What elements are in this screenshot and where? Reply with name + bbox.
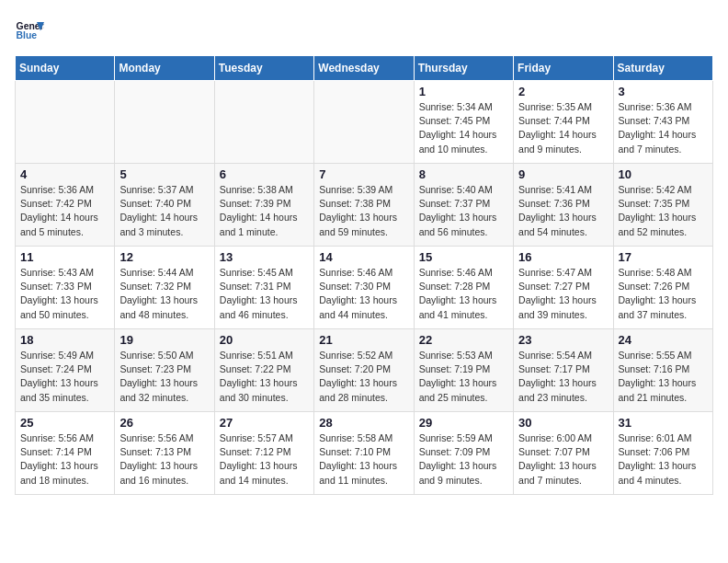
week-row-5: 25Sunrise: 5:56 AM Sunset: 7:14 PM Dayli… <box>16 412 713 495</box>
day-info: Sunrise: 5:35 AM Sunset: 7:44 PM Dayligh… <box>518 100 608 156</box>
day-info: Sunrise: 5:57 AM Sunset: 7:12 PM Dayligh… <box>220 431 309 488</box>
column-header-tuesday: Tuesday <box>214 56 313 81</box>
day-info: Sunrise: 5:40 AM Sunset: 7:37 PM Dayligh… <box>419 183 508 239</box>
day-number: 31 <box>619 416 708 430</box>
day-info: Sunrise: 5:59 AM Sunset: 7:09 PM Dayligh… <box>419 431 508 488</box>
day-number: 8 <box>419 167 508 181</box>
calendar-cell: 28Sunrise: 5:58 AM Sunset: 7:10 PM Dayli… <box>314 412 414 495</box>
day-number: 24 <box>619 333 708 347</box>
calendar-cell: 15Sunrise: 5:46 AM Sunset: 7:28 PM Dayli… <box>414 247 513 329</box>
calendar-cell: 16Sunrise: 5:47 AM Sunset: 7:27 PM Dayli… <box>514 247 613 329</box>
day-info: Sunrise: 5:46 AM Sunset: 7:28 PM Dayligh… <box>419 266 508 322</box>
calendar-table: SundayMondayTuesdayWednesdayThursdayFrid… <box>15 55 713 495</box>
calendar-cell <box>214 81 313 164</box>
day-info: Sunrise: 6:01 AM Sunset: 7:06 PM Dayligh… <box>619 431 708 488</box>
day-info: Sunrise: 5:56 AM Sunset: 7:13 PM Dayligh… <box>119 431 209 488</box>
calendar-cell: 2Sunrise: 5:35 AM Sunset: 7:44 PM Daylig… <box>514 81 613 164</box>
day-info: Sunrise: 5:43 AM Sunset: 7:33 PM Dayligh… <box>20 266 109 322</box>
calendar-cell: 22Sunrise: 5:53 AM Sunset: 7:19 PM Dayli… <box>414 329 513 412</box>
day-number: 13 <box>220 250 309 264</box>
calendar-cell: 31Sunrise: 6:01 AM Sunset: 7:06 PM Dayli… <box>613 412 712 495</box>
column-header-wednesday: Wednesday <box>314 56 414 81</box>
calendar-cell: 14Sunrise: 5:46 AM Sunset: 7:30 PM Dayli… <box>314 247 414 329</box>
day-number: 10 <box>619 167 708 181</box>
day-number: 21 <box>319 333 408 347</box>
calendar-cell: 17Sunrise: 5:48 AM Sunset: 7:26 PM Dayli… <box>613 247 712 329</box>
day-number: 6 <box>220 167 309 181</box>
calendar-cell <box>115 81 214 164</box>
calendar-cell: 21Sunrise: 5:52 AM Sunset: 7:20 PM Dayli… <box>314 329 414 412</box>
day-number: 1 <box>419 85 508 98</box>
calendar-cell: 12Sunrise: 5:44 AM Sunset: 7:32 PM Dayli… <box>115 247 214 329</box>
day-info: Sunrise: 5:41 AM Sunset: 7:36 PM Dayligh… <box>518 183 608 239</box>
calendar-cell: 20Sunrise: 5:51 AM Sunset: 7:22 PM Dayli… <box>214 329 313 412</box>
calendar-cell: 5Sunrise: 5:37 AM Sunset: 7:40 PM Daylig… <box>115 164 214 247</box>
day-number: 28 <box>319 416 408 430</box>
day-number: 16 <box>518 250 608 264</box>
day-info: Sunrise: 5:56 AM Sunset: 7:14 PM Dayligh… <box>20 431 109 488</box>
day-info: Sunrise: 5:55 AM Sunset: 7:16 PM Dayligh… <box>619 349 708 405</box>
day-number: 5 <box>119 167 209 181</box>
day-info: Sunrise: 5:36 AM Sunset: 7:42 PM Dayligh… <box>20 183 109 239</box>
day-info: Sunrise: 5:38 AM Sunset: 7:39 PM Dayligh… <box>220 183 309 239</box>
day-number: 3 <box>619 85 708 98</box>
calendar-header-row: SundayMondayTuesdayWednesdayThursdayFrid… <box>16 56 713 81</box>
calendar-cell <box>16 81 115 164</box>
day-info: Sunrise: 6:00 AM Sunset: 7:07 PM Dayligh… <box>518 431 608 488</box>
week-row-2: 4Sunrise: 5:36 AM Sunset: 7:42 PM Daylig… <box>16 164 713 247</box>
day-info: Sunrise: 5:52 AM Sunset: 7:20 PM Dayligh… <box>319 349 408 405</box>
svg-text:Blue: Blue <box>17 30 38 40</box>
calendar-cell: 10Sunrise: 5:42 AM Sunset: 7:35 PM Dayli… <box>613 164 712 247</box>
column-header-sunday: Sunday <box>16 56 115 81</box>
calendar-cell: 1Sunrise: 5:34 AM Sunset: 7:45 PM Daylig… <box>414 81 513 164</box>
calendar-cell <box>314 81 414 164</box>
day-info: Sunrise: 5:47 AM Sunset: 7:27 PM Dayligh… <box>518 266 608 322</box>
column-header-friday: Friday <box>514 56 613 81</box>
week-row-1: 1Sunrise: 5:34 AM Sunset: 7:45 PM Daylig… <box>16 81 713 164</box>
day-info: Sunrise: 5:34 AM Sunset: 7:45 PM Dayligh… <box>419 100 508 156</box>
day-info: Sunrise: 5:54 AM Sunset: 7:17 PM Dayligh… <box>518 349 608 405</box>
day-number: 14 <box>319 250 408 264</box>
day-number: 26 <box>119 416 209 430</box>
page-header: General Blue <box>15 15 713 44</box>
column-header-saturday: Saturday <box>613 56 712 81</box>
calendar-cell: 11Sunrise: 5:43 AM Sunset: 7:33 PM Dayli… <box>16 247 115 329</box>
column-header-thursday: Thursday <box>414 56 513 81</box>
calendar-cell: 24Sunrise: 5:55 AM Sunset: 7:16 PM Dayli… <box>613 329 712 412</box>
day-info: Sunrise: 5:45 AM Sunset: 7:31 PM Dayligh… <box>220 266 309 322</box>
day-number: 22 <box>419 333 508 347</box>
week-row-3: 11Sunrise: 5:43 AM Sunset: 7:33 PM Dayli… <box>16 247 713 329</box>
day-number: 9 <box>518 167 608 181</box>
calendar-cell: 13Sunrise: 5:45 AM Sunset: 7:31 PM Dayli… <box>214 247 313 329</box>
day-info: Sunrise: 5:49 AM Sunset: 7:24 PM Dayligh… <box>20 349 109 405</box>
day-number: 23 <box>518 333 608 347</box>
day-number: 4 <box>20 167 109 181</box>
day-info: Sunrise: 5:37 AM Sunset: 7:40 PM Dayligh… <box>119 183 209 239</box>
day-number: 17 <box>619 250 708 264</box>
calendar-cell: 25Sunrise: 5:56 AM Sunset: 7:14 PM Dayli… <box>16 412 115 495</box>
day-number: 18 <box>20 333 109 347</box>
day-number: 15 <box>419 250 508 264</box>
day-info: Sunrise: 5:53 AM Sunset: 7:19 PM Dayligh… <box>419 349 508 405</box>
day-number: 19 <box>119 333 209 347</box>
calendar-cell: 9Sunrise: 5:41 AM Sunset: 7:36 PM Daylig… <box>514 164 613 247</box>
calendar-cell: 18Sunrise: 5:49 AM Sunset: 7:24 PM Dayli… <box>16 329 115 412</box>
calendar-cell: 23Sunrise: 5:54 AM Sunset: 7:17 PM Dayli… <box>514 329 613 412</box>
calendar-body: 1Sunrise: 5:34 AM Sunset: 7:45 PM Daylig… <box>16 81 713 495</box>
column-header-monday: Monday <box>115 56 214 81</box>
day-number: 11 <box>20 250 109 264</box>
calendar-cell: 6Sunrise: 5:38 AM Sunset: 7:39 PM Daylig… <box>214 164 313 247</box>
day-info: Sunrise: 5:48 AM Sunset: 7:26 PM Dayligh… <box>619 266 708 322</box>
calendar-cell: 7Sunrise: 5:39 AM Sunset: 7:38 PM Daylig… <box>314 164 414 247</box>
calendar-cell: 4Sunrise: 5:36 AM Sunset: 7:42 PM Daylig… <box>16 164 115 247</box>
calendar-cell: 26Sunrise: 5:56 AM Sunset: 7:13 PM Dayli… <box>115 412 214 495</box>
day-number: 25 <box>20 416 109 430</box>
day-number: 20 <box>220 333 309 347</box>
logo: General Blue <box>15 15 44 44</box>
week-row-4: 18Sunrise: 5:49 AM Sunset: 7:24 PM Dayli… <box>16 329 713 412</box>
calendar-cell: 19Sunrise: 5:50 AM Sunset: 7:23 PM Dayli… <box>115 329 214 412</box>
day-number: 7 <box>319 167 408 181</box>
logo-icon: General Blue <box>15 15 44 44</box>
day-number: 2 <box>518 85 608 98</box>
day-info: Sunrise: 5:39 AM Sunset: 7:38 PM Dayligh… <box>319 183 408 239</box>
